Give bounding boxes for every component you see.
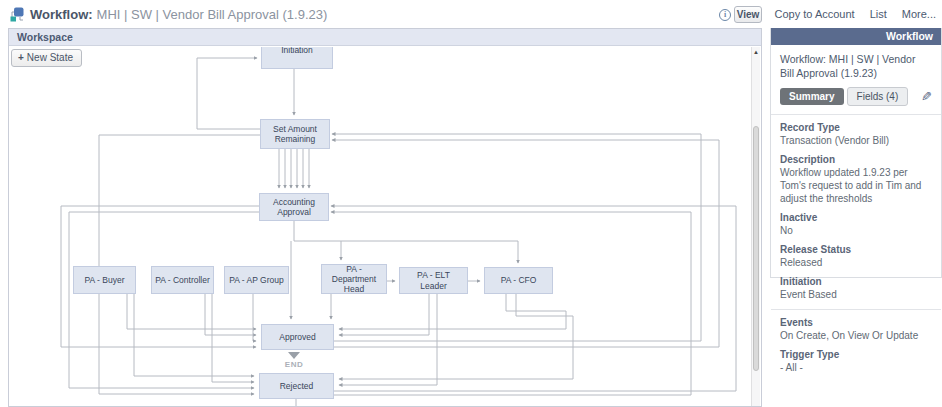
connector-lines <box>9 47 751 406</box>
field-label: Initiation <box>780 276 932 287</box>
field-initiation: Initiation Event Based <box>780 276 932 301</box>
state-node-initiation[interactable]: Initiation <box>261 47 333 69</box>
field-label: Release Status <box>780 244 932 255</box>
sidebar-header-tab[interactable]: Workflow <box>771 28 941 45</box>
info-icon[interactable]: i <box>719 9 731 21</box>
workflow-icon <box>10 7 25 22</box>
page-header: Workflow:MHI | SW | Vendor Bill Approval… <box>0 0 942 28</box>
state-node-rejected[interactable]: Rejected <box>259 373 334 399</box>
workflow-sidebar: Workflow Workflow: MHI | SW | Vendor Bil… <box>770 28 942 278</box>
top-links: Copy to Account List More... <box>775 8 936 20</box>
field-trigger-type: Trigger Type - All - <box>780 349 932 374</box>
divider <box>771 309 941 310</box>
field-value: No <box>780 224 932 237</box>
divider <box>771 114 941 115</box>
field-label: Trigger Type <box>780 349 932 360</box>
field-events: Events On Create, On View Or Update <box>780 317 932 342</box>
sidebar-tabs: Summary Fields (4) ✎ <box>780 87 932 106</box>
field-description: Description Workflow updated 1.9.23 per … <box>780 154 932 205</box>
connector <box>339 294 566 329</box>
state-node-pa-department-head[interactable]: PA - Department Head <box>321 264 387 294</box>
workflow-canvas[interactable]: Initiation Set Amount Remaining Accounti… <box>9 47 751 406</box>
connector <box>197 58 260 129</box>
field-label: Record Type <box>780 122 932 133</box>
connector <box>339 294 437 385</box>
field-release-status: Release Status Released <box>780 244 932 269</box>
end-marker: END <box>280 352 308 369</box>
tab-fields[interactable]: Fields (4) <box>847 87 909 106</box>
connector <box>339 294 573 379</box>
field-label: Events <box>780 317 932 328</box>
field-value: - All - <box>780 361 932 374</box>
connector <box>212 294 254 382</box>
tab-summary[interactable]: Summary <box>780 88 844 105</box>
new-state-label: New State <box>27 52 73 63</box>
page-title: Workflow:MHI | SW | Vendor Bill Approval… <box>30 7 327 22</box>
new-state-button[interactable]: +New State <box>11 49 82 67</box>
link-more[interactable]: More... <box>902 8 936 20</box>
plus-icon: + <box>18 52 24 63</box>
workspace-header: Workspace <box>9 29 761 46</box>
connector <box>331 206 736 391</box>
field-value: Event Based <box>780 288 932 301</box>
connector <box>127 294 256 329</box>
state-node-set-amount-remaining[interactable]: Set Amount Remaining <box>260 119 330 149</box>
connector <box>331 212 691 395</box>
connector <box>253 294 256 341</box>
field-label: Description <box>780 154 932 165</box>
sidebar-workflow-title: Workflow: MHI | SW | Vendor Bill Approva… <box>780 52 932 80</box>
scroll-up-icon[interactable]: ▲ <box>752 48 760 56</box>
state-node-pa-controller[interactable]: PA - Controller <box>151 266 214 294</box>
vertical-scrollbar[interactable]: ▲ <box>751 47 760 406</box>
workspace-panel: Workspace <box>8 28 762 407</box>
page-title-prefix: Workflow: <box>30 7 93 22</box>
state-node-approved[interactable]: Approved <box>261 324 334 350</box>
connector <box>99 135 260 394</box>
field-value: Workflow updated 1.9.23 per Tom's reques… <box>780 166 932 205</box>
end-label: END <box>280 360 308 369</box>
state-node-pa-ap-group[interactable]: PA - AP Group <box>224 266 289 294</box>
view-button[interactable]: View <box>734 6 762 23</box>
field-record-type: Record Type Transaction (Vendor Bill) <box>780 122 932 147</box>
field-value: Released <box>780 256 932 269</box>
link-copy-to-account[interactable]: Copy to Account <box>775 8 855 20</box>
scrollbar-thumb[interactable] <box>753 126 759 371</box>
field-label: Inactive <box>780 212 932 223</box>
page-title-text: MHI | SW | Vendor Bill Approval (1.9.23) <box>97 7 328 22</box>
connector <box>294 221 341 260</box>
field-value: Transaction (Vendor Bill) <box>780 134 932 147</box>
end-triangle-icon <box>288 352 300 359</box>
connector <box>341 241 518 263</box>
link-list[interactable]: List <box>870 8 887 20</box>
state-node-pa-buyer[interactable]: PA - Buyer <box>73 266 136 294</box>
field-inactive: Inactive No <box>780 212 932 237</box>
state-node-pa-elt-leader[interactable]: PA - ELT Leader <box>399 267 468 294</box>
state-node-accounting-approval[interactable]: Accounting Approval <box>259 193 329 221</box>
sidebar-header-notch <box>889 272 901 277</box>
connector <box>69 212 259 388</box>
state-node-pa-cfo[interactable]: PA - CFO <box>484 267 553 294</box>
field-value: On Create, On View Or Update <box>780 329 932 342</box>
sidebar-body: Workflow: MHI | SW | Vendor Bill Approva… <box>771 45 941 381</box>
edit-pencil-icon[interactable]: ✎ <box>921 89 932 104</box>
